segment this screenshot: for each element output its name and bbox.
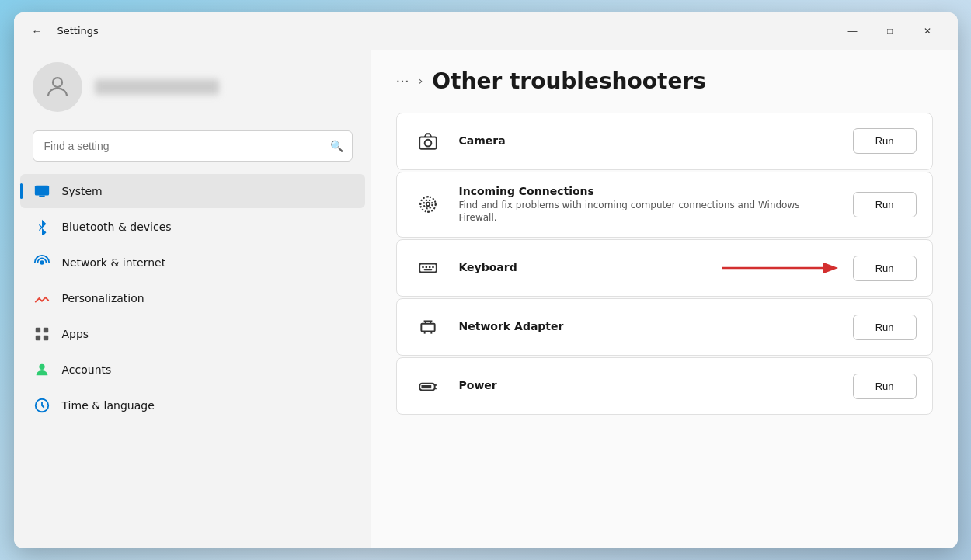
content-area: 🔍 System xyxy=(14,50,958,548)
sidebar-item-network-label: Network & internet xyxy=(62,256,166,269)
breadcrumb-arrow: › xyxy=(419,75,423,87)
user-section xyxy=(14,50,371,130)
sidebar-item-accounts[interactable]: Accounts xyxy=(20,353,365,387)
svg-rect-10 xyxy=(419,137,437,148)
network-adapter-name: Network Adapter xyxy=(459,320,837,332)
bluetooth-icon xyxy=(33,217,51,236)
sidebar-item-bluetooth[interactable]: Bluetooth & devices xyxy=(20,210,365,244)
search-box: 🔍 xyxy=(33,130,353,162)
svg-rect-4 xyxy=(35,327,40,332)
troubleshooter-keyboard: Keyboard Run xyxy=(396,239,933,297)
svg-point-13 xyxy=(423,200,432,209)
minimize-button[interactable]: — xyxy=(835,19,871,43)
page-title: Other troubleshooters xyxy=(432,68,706,94)
power-info: Power xyxy=(459,379,837,393)
svg-rect-7 xyxy=(43,335,47,339)
svg-rect-15 xyxy=(419,264,437,273)
svg-point-11 xyxy=(424,139,431,146)
keyboard-icon xyxy=(412,252,444,283)
nav-list: System Bluetooth & devices xyxy=(14,174,371,424)
titlebar: ← Settings — □ ✕ xyxy=(14,12,958,50)
svg-point-8 xyxy=(39,363,44,369)
svg-rect-1 xyxy=(34,185,48,195)
incoming-desc: Find and fix problems with incoming comp… xyxy=(459,199,837,225)
titlebar-left: ← Settings xyxy=(26,20,99,42)
sidebar-item-accounts-label: Accounts xyxy=(62,363,112,376)
accounts-icon xyxy=(33,360,51,379)
back-button[interactable]: ← xyxy=(26,20,48,42)
svg-point-0 xyxy=(53,78,62,87)
window-title: Settings xyxy=(57,25,99,37)
personalization-icon xyxy=(33,289,51,308)
troubleshooter-list: Camera Run Incoming xyxy=(396,113,933,416)
sidebar-item-personalization-label: Personalization xyxy=(62,292,144,304)
network-adapter-info: Network Adapter xyxy=(459,320,837,334)
maximize-button[interactable]: □ xyxy=(872,19,908,43)
svg-point-14 xyxy=(426,203,429,206)
camera-icon xyxy=(412,126,444,157)
search-input[interactable] xyxy=(33,130,353,162)
network-adapter-icon xyxy=(412,311,444,343)
sidebar-item-personalization[interactable]: Personalization xyxy=(20,281,365,315)
settings-window: ← Settings — □ ✕ xyxy=(14,12,958,548)
network-icon xyxy=(33,253,51,272)
system-icon xyxy=(33,182,51,200)
breadcrumb-dots[interactable]: ··· xyxy=(396,73,409,89)
window-controls: — □ ✕ xyxy=(835,19,945,43)
time-icon xyxy=(33,396,51,415)
camera-info: Camera xyxy=(459,134,837,148)
camera-run-button[interactable]: Run xyxy=(853,128,917,154)
sidebar-item-apps-label: Apps xyxy=(62,328,89,340)
power-icon xyxy=(412,370,444,402)
sidebar-item-time-label: Time & language xyxy=(62,399,155,412)
svg-rect-33 xyxy=(426,386,430,388)
keyboard-run-button[interactable]: Run xyxy=(853,256,917,281)
svg-rect-2 xyxy=(39,195,44,197)
svg-point-12 xyxy=(420,197,436,213)
sidebar: 🔍 System xyxy=(14,50,371,548)
troubleshooter-camera: Camera Run xyxy=(396,113,933,170)
sidebar-item-system[interactable]: System xyxy=(20,174,365,208)
troubleshooter-incoming: Incoming Connections Find and fix proble… xyxy=(396,172,933,238)
svg-rect-6 xyxy=(35,335,40,339)
sidebar-item-bluetooth-label: Bluetooth & devices xyxy=(62,221,172,233)
incoming-connections-icon xyxy=(412,189,444,220)
incoming-run-button[interactable]: Run xyxy=(853,192,917,217)
troubleshooter-power: Power Run xyxy=(396,357,933,415)
svg-rect-5 xyxy=(43,327,47,332)
power-run-button[interactable]: Run xyxy=(853,374,917,399)
incoming-info: Incoming Connections Find and fix proble… xyxy=(459,185,837,225)
close-button[interactable]: ✕ xyxy=(910,19,945,43)
incoming-name: Incoming Connections xyxy=(459,185,837,197)
svg-rect-23 xyxy=(421,324,434,332)
keyboard-name: Keyboard xyxy=(459,261,704,273)
apps-icon xyxy=(33,325,51,343)
red-arrow xyxy=(719,260,844,276)
camera-name: Camera xyxy=(459,134,837,147)
page-header: ··· › Other troubleshooters xyxy=(396,50,933,113)
main-panel: ··· › Other troubleshooters Camera xyxy=(371,50,958,548)
troubleshooter-network-adapter: Network Adapter Run xyxy=(396,298,933,356)
svg-point-3 xyxy=(40,261,44,264)
avatar xyxy=(33,62,82,112)
power-name: Power xyxy=(459,379,837,391)
network-adapter-run-button[interactable]: Run xyxy=(853,315,917,340)
sidebar-item-system-label: System xyxy=(62,185,103,197)
user-name xyxy=(95,79,219,95)
sidebar-item-network[interactable]: Network & internet xyxy=(20,245,365,280)
svg-rect-32 xyxy=(422,386,425,388)
sidebar-item-time[interactable]: Time & language xyxy=(20,388,365,423)
keyboard-info: Keyboard xyxy=(459,261,704,275)
sidebar-item-apps[interactable]: Apps xyxy=(20,317,365,351)
